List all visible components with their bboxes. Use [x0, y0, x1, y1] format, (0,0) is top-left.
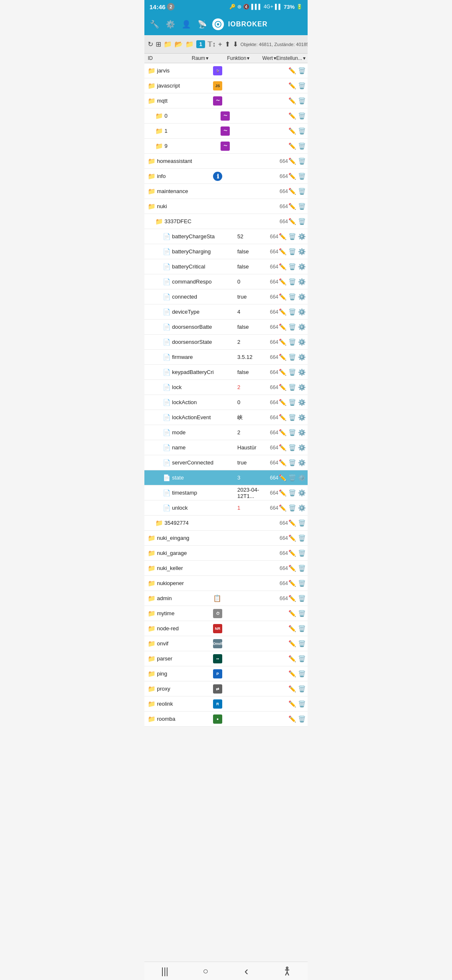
delete-icon[interactable]: 🗑️: [288, 353, 296, 361]
list-item[interactable]: 📁 mytime ⏱ ✏️🗑️: [144, 606, 308, 621]
delete-icon[interactable]: 🗑️: [288, 504, 296, 512]
list-item[interactable]: 📄 deviceType 4 664 ✏️🗑️⚙️: [144, 304, 308, 320]
col-wert[interactable]: Wert ▾: [262, 55, 276, 61]
edit-icon[interactable]: ✏️: [288, 655, 296, 663]
list-item[interactable]: 📄 batteryChargeSta 52 664 ✏️🗑️⚙️: [144, 229, 308, 244]
folder-view-icon[interactable]: 📁: [164, 39, 172, 50]
edit-icon[interactable]: ✏️: [278, 444, 287, 451]
delete-icon[interactable]: 🗑️: [288, 429, 296, 436]
delete-icon[interactable]: 🗑️: [288, 233, 296, 240]
edit-icon[interactable]: ✏️: [288, 670, 296, 678]
edit-icon[interactable]: ✏️: [278, 399, 287, 406]
edit-icon[interactable]: ✏️: [288, 218, 296, 225]
edit-icon[interactable]: ✏️: [288, 640, 296, 647]
list-item[interactable]: 📄 commandRespo 0 664 ✏️🗑️⚙️: [144, 274, 308, 289]
delete-icon[interactable]: 🗑️: [298, 127, 306, 135]
edit-icon[interactable]: ✏️: [288, 534, 296, 542]
list-item[interactable]: 📁 admin 📋 664 ✏️🗑️: [144, 591, 308, 606]
edit-icon[interactable]: ✏️: [288, 610, 296, 617]
delete-icon[interactable]: 🗑️: [288, 489, 296, 497]
edit-icon[interactable]: ✏️: [278, 233, 287, 240]
settings-icon[interactable]: ⚙️: [298, 263, 306, 271]
delete-icon[interactable]: 🗑️: [288, 474, 296, 482]
delete-icon[interactable]: 🗑️: [288, 414, 296, 421]
edit-icon[interactable]: ✏️: [278, 384, 287, 391]
edit-icon[interactable]: ✏️: [288, 112, 296, 120]
list-item[interactable]: 📁 parser ▪▪ ✏️🗑️: [144, 651, 308, 666]
delete-icon[interactable]: 🗑️: [288, 338, 296, 346]
list-item[interactable]: 📄 mode 2 664 ✏️🗑️⚙️: [144, 425, 308, 440]
list-item[interactable]: 📁 nuki_garage 664 ✏️🗑️: [144, 546, 308, 561]
delete-icon[interactable]: 🗑️: [298, 595, 306, 602]
delete-icon[interactable]: 🗑️: [288, 444, 296, 451]
list-item[interactable]: 📁 jarvis 🔮 ✏️🗑️: [144, 63, 308, 78]
settings-icon[interactable]: ⚙️: [298, 369, 306, 376]
expand-icon[interactable]: 📂: [175, 39, 183, 50]
list-item[interactable]: 📁 homeassistant 664 ✏️🗑️: [144, 154, 308, 169]
edit-icon[interactable]: ✏️: [288, 715, 296, 723]
edit-icon[interactable]: ✏️: [278, 263, 287, 271]
delete-icon[interactable]: 🗑️: [298, 218, 306, 225]
delete-icon[interactable]: 🗑️: [298, 203, 306, 210]
list-item[interactable]: 📄 keypadBatteryCri false 664 ✏️🗑️⚙️: [144, 365, 308, 380]
list-item[interactable]: 📄 doorsensorBatte false 664 ✏️🗑️⚙️: [144, 320, 308, 335]
edit-icon[interactable]: ✏️: [288, 700, 296, 708]
list-item[interactable]: 📁 proxy ⇄ ✏️🗑️: [144, 681, 308, 696]
table-view-icon[interactable]: ⊞: [156, 39, 161, 50]
settings-icon[interactable]: ⚙️: [298, 278, 306, 286]
delete-icon[interactable]: 🗑️: [298, 82, 306, 90]
edit-icon[interactable]: ✏️: [288, 203, 296, 210]
settings-icon[interactable]: ⚙️: [298, 474, 306, 482]
delete-icon[interactable]: 🗑️: [298, 715, 306, 723]
delete-icon[interactable]: 🗑️: [298, 67, 306, 75]
list-item[interactable]: 📄 state 3 664 ✏️🗑️⚙️: [144, 470, 308, 485]
settings-icon[interactable]: ⚙️: [298, 489, 306, 497]
list-item[interactable]: 📄 lock 2 664 ✏️🗑️⚙️: [144, 380, 308, 395]
settings-icon[interactable]: ⚙️: [298, 308, 306, 316]
delete-icon[interactable]: 🗑️: [298, 173, 306, 180]
list-item[interactable]: 📁 javascript JS ✏️🗑️: [144, 78, 308, 93]
edit-icon[interactable]: ✏️: [278, 308, 287, 316]
delete-icon[interactable]: 🗑️: [298, 549, 306, 557]
list-item[interactable]: 📁 1 〜 ✏️🗑️: [144, 124, 308, 139]
list-item[interactable]: 📁 nuki_keller 664 ✏️🗑️: [144, 561, 308, 576]
settings-icon[interactable]: ⚙️: [298, 444, 306, 451]
settings-icon[interactable]: ⚙️: [298, 504, 306, 512]
list-item[interactable]: 📁 ping P ✏️🗑️: [144, 666, 308, 681]
settings-icon[interactable]: ⚙️: [298, 399, 306, 406]
antenna-icon[interactable]: 📡: [196, 18, 208, 30]
delete-icon[interactable]: 🗑️: [288, 369, 296, 376]
settings-icon[interactable]: ⚙️: [298, 338, 306, 346]
edit-icon[interactable]: ✏️: [288, 97, 296, 105]
list-item[interactable]: 📄 connected true 664 ✏️🗑️⚙️: [144, 289, 308, 304]
delete-icon[interactable]: 🗑️: [298, 685, 306, 693]
edit-icon[interactable]: ✏️: [278, 474, 287, 482]
collapse-icon[interactable]: 📁: [185, 39, 194, 50]
user-icon[interactable]: 👤: [180, 18, 192, 30]
settings-icon[interactable]: ⚙️: [298, 384, 306, 391]
list-item[interactable]: 📄 unlock 1 664 ✏️🗑️⚙️: [144, 500, 308, 516]
list-item[interactable]: 📄 lockAction 0 664 ✏️🗑️⚙️: [144, 395, 308, 410]
delete-icon[interactable]: 🗑️: [298, 519, 306, 527]
settings-icon[interactable]: ⚙️: [298, 323, 306, 331]
edit-icon[interactable]: ✏️: [288, 142, 296, 150]
settings-icon[interactable]: ⚙️: [298, 414, 306, 421]
edit-icon[interactable]: ✏️: [288, 625, 296, 632]
edit-icon[interactable]: ✏️: [288, 188, 296, 195]
delete-icon[interactable]: 🗑️: [298, 655, 306, 663]
delete-icon[interactable]: 🗑️: [298, 188, 306, 195]
edit-icon[interactable]: ✏️: [278, 369, 287, 376]
col-raum[interactable]: Raum ▾: [192, 55, 227, 61]
delete-icon[interactable]: 🗑️: [288, 308, 296, 316]
list-item[interactable]: 📁 35492774 664 ✏️🗑️: [144, 516, 308, 531]
delete-icon[interactable]: 🗑️: [288, 384, 296, 391]
list-item[interactable]: 📁 maintenance 664 ✏️🗑️: [144, 184, 308, 199]
edit-icon[interactable]: ✏️: [288, 519, 296, 527]
delete-icon[interactable]: 🗑️: [298, 640, 306, 647]
list-item[interactable]: 📁 9 〜 ✏️🗑️: [144, 139, 308, 154]
edit-icon[interactable]: ✏️: [288, 549, 296, 557]
list-item[interactable]: 📁 reolink R ✏️🗑️: [144, 696, 308, 712]
delete-icon[interactable]: 🗑️: [298, 112, 306, 120]
edit-icon[interactable]: ✏️: [288, 595, 296, 602]
edit-icon[interactable]: ✏️: [278, 353, 287, 361]
